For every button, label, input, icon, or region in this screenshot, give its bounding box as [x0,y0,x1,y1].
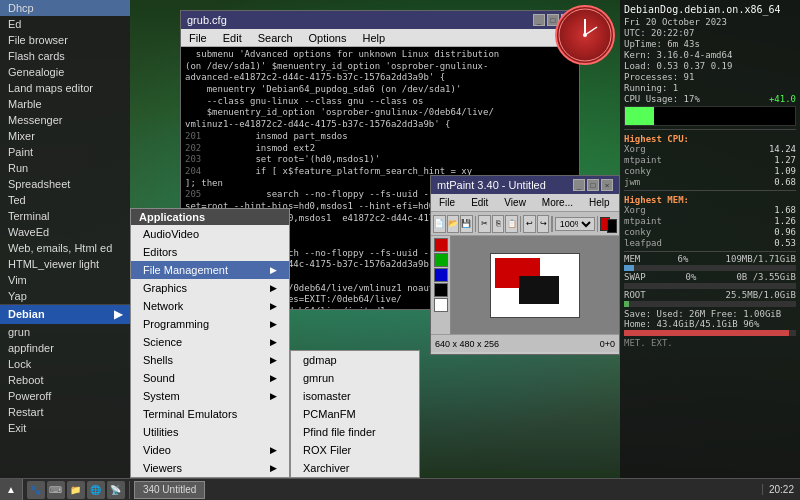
grub-menu-edit[interactable]: Edit [215,29,250,46]
apps-menu-editors[interactable]: Editors [131,243,289,261]
apps-menu-sound[interactable]: Sound▶ [131,369,289,387]
apps-menu-programming[interactable]: Programming▶ [131,315,289,333]
mtpaint-menu-view[interactable]: View [496,194,534,211]
sidebar-item-paint[interactable]: Paint [0,144,130,160]
sidebar-item-poweroff[interactable]: Poweroff [0,388,130,404]
sidebar-item-messenger[interactable]: Messenger [0,112,130,128]
submenu-rox[interactable]: ROX Filer [291,441,419,459]
sidebar-item-appfinder[interactable]: appfinder [0,340,130,356]
sidebar-item-spreadsheet[interactable]: Spreadsheet [0,176,130,192]
sysinfo-utc-value: UTC: 20:22:07 [624,28,694,38]
sidebar-item-ted[interactable]: Ted [0,192,130,208]
sidebar-item-ed[interactable]: Ed [0,16,130,32]
mt-tool-save[interactable]: 💾 [460,215,473,233]
home-progress-bar [624,330,796,336]
sysinfo-cpu-usage: CPU Usage: 17% +41.0 [624,94,796,104]
mt-tool-new[interactable]: 📄 [433,215,446,233]
zoom-select[interactable]: 100% 200% 50% [555,217,595,231]
mtpaint-close-btn[interactable]: × [601,179,613,191]
mtpaint-maximize-btn[interactable]: □ [587,179,599,191]
sidebar-item-reboot[interactable]: Reboot [0,372,130,388]
sidebar-item-marble[interactable]: Marble [0,96,130,112]
sidebar-item-exit[interactable]: Exit [0,420,130,436]
system-info-panel: DebianDog.debian.on.x86_64 Fri 20 Octobe… [620,0,800,478]
taskbar-icon-network[interactable]: 📡 [107,481,125,499]
palette-green[interactable] [434,253,448,267]
palette-black[interactable] [434,283,448,297]
sidebar-item-genealogie[interactable]: Genealogie [0,64,130,80]
apps-menu-graphics[interactable]: Graphics▶ [131,279,289,297]
submenu-isomaster[interactable]: isomaster [291,387,419,405]
taskbar-icon-terminal[interactable]: ⌨ [47,481,65,499]
apps-menu-system[interactable]: System▶ [131,387,289,405]
submenu-gdmap[interactable]: gdmap [291,351,419,369]
sidebar-item-html-viewer[interactable]: HTML_viewer light [0,256,130,272]
applications-menu: Applications AudioVideo Editors File Man… [130,208,290,478]
apps-menu-shells[interactable]: Shells▶ [131,351,289,369]
sidebar-item-restart[interactable]: Restart [0,404,130,420]
sidebar-item-web[interactable]: Web, emails, Html ed [0,240,130,256]
taskbar-icon-files[interactable]: 📁 [67,481,85,499]
sysinfo-swap-bar-line: SWAP 0% 0B /3.55GiB [624,272,796,282]
grub-minimize-btn[interactable]: _ [533,14,545,26]
apps-menu-file-mgmt-label: File Management [143,264,228,276]
mt-tool-redo[interactable]: ↪ [537,215,550,233]
mtpaint-minimize-btn[interactable]: _ [573,179,585,191]
taskbar-start-button[interactable]: ▲ [0,479,23,500]
sidebar-item-yap[interactable]: Yap [0,288,130,304]
sidebar-item-run[interactable]: Run [0,160,130,176]
submenu-arrow-sound: ▶ [270,373,277,383]
sysinfo-conky-mem: conky 0.96 [624,227,796,237]
taskbar-mtpaint-btn[interactable]: 340 Untitled [134,481,205,499]
grub-menu-options[interactable]: Options [301,29,355,46]
mtpaint-menu-help[interactable]: Help [581,194,618,211]
grub-menu-file[interactable]: File [181,29,215,46]
sysinfo-highest-mem-heading: Highest MEM: [624,195,796,205]
sidebar-item-vim[interactable]: Vim [0,272,130,288]
taskbar-icon-browser[interactable]: 🌐 [87,481,105,499]
sidebar-item-lock[interactable]: Lock [0,356,130,372]
mtpaint-menubar: File Edit View More... Help [431,194,619,212]
submenu-pcmanfm[interactable]: PCManFM [291,405,419,423]
sidebar-item-file-browser[interactable]: File browser [0,32,130,48]
mtpaint-menu-file[interactable]: File [431,194,463,211]
debian-button[interactable]: Debian ▶ [0,305,130,324]
grub-menu-help[interactable]: Help [354,29,393,46]
sidebar-item-grun[interactable]: grun [0,324,130,340]
palette-red[interactable] [434,238,448,252]
mt-tool-open[interactable]: 📂 [447,215,460,233]
mt-background-color[interactable] [607,219,617,233]
apps-menu-header: Applications [131,209,289,225]
palette-blue[interactable] [434,268,448,282]
sidebar-item-mixer[interactable]: Mixer [0,128,130,144]
palette-white[interactable] [434,298,448,312]
apps-menu-video[interactable]: Video▶ [131,441,289,459]
submenu-gmrun[interactable]: gmrun [291,369,419,387]
apps-menu-viewers[interactable]: Viewers▶ [131,459,289,477]
mt-tool-cut[interactable]: ✂ [478,215,491,233]
mt-tool-copy[interactable]: ⎘ [492,215,505,233]
clock-face [555,5,615,65]
sysinfo-home: Home: 43.4GiB/45.1GiB 96% [624,319,796,329]
apps-menu-terminal-emulators[interactable]: Terminal Emulators [131,405,289,423]
sidebar-item-dhcp[interactable]: Dhcp [0,0,130,16]
submenu-xarchiver[interactable]: Xarchiver [291,459,419,477]
apps-menu-utilities[interactable]: Utilities [131,423,289,441]
mtpaint-menu-more[interactable]: More... [534,194,581,211]
mtpaint-menu-edit[interactable]: Edit [463,194,496,211]
taskbar-icon-jwm[interactable]: 🐾 [27,481,45,499]
sidebar-item-land-maps[interactable]: Land maps editor [0,80,130,96]
canvas[interactable] [490,253,580,318]
mt-tool-undo[interactable]: ↩ [523,215,536,233]
mt-tool-paste[interactable]: 📋 [505,215,518,233]
sidebar-item-waveed[interactable]: WaveEd [0,224,130,240]
grub-menu-search[interactable]: Search [250,29,301,46]
sidebar-item-flash-cards[interactable]: Flash cards [0,48,130,64]
apps-menu-science[interactable]: Science▶ [131,333,289,351]
apps-menu-file-management[interactable]: File Management ▶ [131,261,289,279]
apps-menu-audiovideo[interactable]: AudioVideo [131,225,289,243]
sysinfo-mem-bar-line: MEM 6% 109MB/1.71GiB [624,254,796,264]
sidebar-item-terminal[interactable]: Terminal [0,208,130,224]
submenu-pfind[interactable]: Pfind file finder [291,423,419,441]
apps-menu-network[interactable]: Network▶ [131,297,289,315]
